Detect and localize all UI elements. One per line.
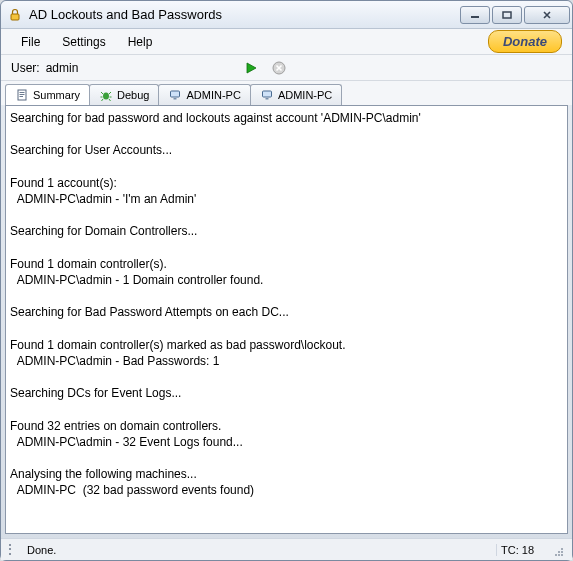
donate-button[interactable]: Donate (488, 30, 562, 53)
svg-rect-4 (18, 90, 26, 100)
tab-label: ADMIN-PC (278, 89, 332, 101)
menu-file[interactable]: File (11, 32, 50, 52)
menu-settings[interactable]: Settings (52, 32, 115, 52)
svg-point-10 (561, 554, 563, 556)
titlebar: AD Lockouts and Bad Passwords (1, 1, 572, 29)
user-label: User: (11, 61, 40, 75)
tab-adminpc-2[interactable]: ADMIN-PC (250, 84, 342, 105)
grip-icon (9, 543, 19, 557)
computer-icon (168, 88, 182, 102)
minimize-button[interactable] (460, 6, 490, 24)
tab-debug[interactable]: Debug (89, 84, 159, 105)
svg-rect-7 (174, 98, 177, 100)
window-controls (460, 6, 570, 24)
lock-icon (7, 7, 23, 23)
menubar: File Settings Help Donate (1, 29, 572, 55)
computer-icon (260, 88, 274, 102)
window-title: AD Lockouts and Bad Passwords (29, 7, 460, 22)
log-output[interactable]: Searching for bad password and lockouts … (5, 105, 568, 534)
stop-button[interactable] (270, 59, 288, 77)
svg-rect-9 (265, 98, 268, 100)
svg-point-12 (561, 551, 563, 553)
tab-summary[interactable]: Summary (5, 84, 90, 105)
close-button[interactable] (524, 6, 570, 24)
svg-point-11 (558, 554, 560, 556)
status-tc: TC: 18 (496, 544, 538, 556)
svg-point-14 (558, 551, 560, 553)
svg-rect-6 (171, 91, 180, 97)
status-text: Done. (27, 544, 56, 556)
tab-label: ADMIN-PC (186, 89, 240, 101)
svg-rect-8 (262, 91, 271, 97)
statusbar: Done. TC: 18 (1, 538, 572, 560)
user-input[interactable] (46, 61, 186, 75)
tab-label: Summary (33, 89, 80, 101)
svg-rect-2 (503, 12, 511, 18)
svg-point-13 (555, 554, 557, 556)
svg-point-15 (561, 548, 563, 550)
tab-label: Debug (117, 89, 149, 101)
document-icon (15, 88, 29, 102)
svg-rect-0 (11, 14, 19, 20)
bug-icon (99, 88, 113, 102)
menu-help[interactable]: Help (118, 32, 163, 52)
run-button[interactable] (242, 59, 260, 77)
svg-point-5 (103, 93, 109, 100)
maximize-button[interactable] (492, 6, 522, 24)
userbar: User: (1, 55, 572, 81)
tabbar: Summary Debug ADMIN-PC ADMIN-PC (1, 81, 572, 105)
svg-rect-1 (471, 16, 479, 18)
resize-grip-icon[interactable] (550, 543, 564, 557)
app-window: AD Lockouts and Bad Passwords File Setti… (0, 0, 573, 561)
tab-adminpc-1[interactable]: ADMIN-PC (158, 84, 250, 105)
